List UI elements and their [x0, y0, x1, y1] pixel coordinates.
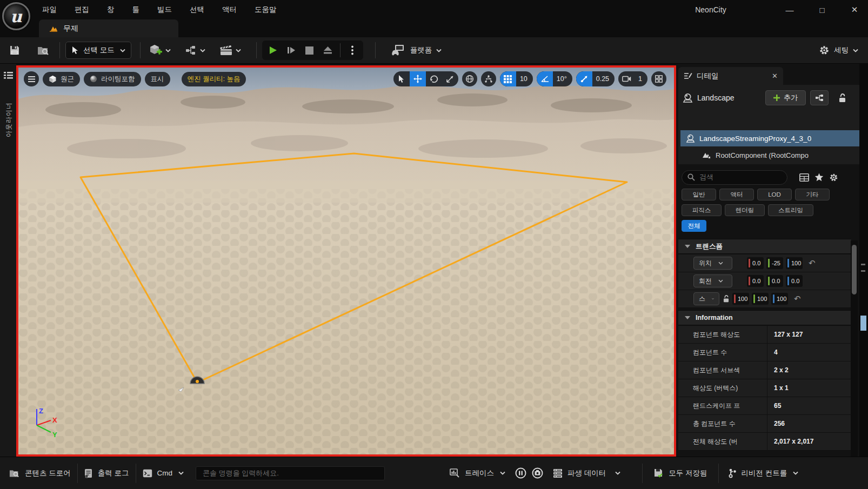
details-close-icon[interactable]: ✕ [772, 72, 778, 80]
menu-actor[interactable]: 액터 [221, 4, 238, 16]
output-log-button[interactable]: 출력 로그 [78, 463, 136, 484]
play-options-kebab[interactable] [344, 42, 361, 59]
rotation-y-field[interactable]: 0.0 [766, 275, 783, 287]
scale-tool-button[interactable] [442, 71, 458, 86]
scale-z-field[interactable]: 100 [771, 293, 788, 305]
blueprints-dropdown[interactable] [182, 45, 209, 56]
filter-rendering[interactable]: 렌더링 [725, 204, 765, 216]
grid-snap-control[interactable]: 10 [500, 71, 533, 86]
details-search-row: 검색 [678, 168, 859, 187]
revision-control-label: 리비전 컨트롤 [742, 468, 787, 478]
move-tool-button[interactable] [410, 71, 426, 86]
details-tab[interactable]: 디테일 ✕ [678, 67, 783, 85]
location-dropdown[interactable]: 위치 [693, 257, 732, 270]
view-mode-dropdown[interactable]: 라이팅포함 [84, 72, 141, 86]
location-z-field[interactable]: 100 [786, 257, 803, 269]
display-filter-icon[interactable] [799, 173, 809, 182]
select-tool-button[interactable] [393, 71, 410, 86]
rotation-x-field[interactable]: 0.0 [747, 275, 764, 287]
unreal-logo-icon[interactable]: u [2, 2, 30, 30]
rotate-tool-button[interactable] [426, 71, 442, 86]
scale-lock-icon[interactable] [723, 295, 730, 303]
details-scrollbar-thumb[interactable] [852, 245, 857, 294]
details-settings-gear-icon[interactable] [829, 173, 838, 182]
trace-icon [450, 468, 460, 478]
information-section-header[interactable]: Information [678, 310, 851, 325]
menu-build[interactable]: 빌드 [156, 4, 173, 16]
scale-dropdown[interactable]: 스 [693, 292, 719, 305]
favorites-star-icon[interactable] [814, 173, 824, 182]
trace-snapshot-icon[interactable] [532, 467, 543, 479]
filter-all[interactable]: 전체 [682, 220, 706, 232]
settings-dropdown[interactable]: 세팅 [819, 45, 858, 56]
eject-button[interactable] [319, 42, 337, 59]
viewport-options-button[interactable] [24, 71, 39, 86]
scale-snap-control[interactable]: 0.25 [576, 71, 615, 86]
location-label: 위치 [699, 259, 712, 268]
minimize-button[interactable]: — [780, 2, 799, 18]
derived-data-dropdown[interactable]: 파생 데이터 [546, 463, 627, 484]
add-actor-dropdown[interactable] [146, 44, 174, 57]
level-tab[interactable]: 무제 [39, 19, 178, 37]
rotation-snap-control[interactable]: 10° [537, 71, 572, 86]
filter-general[interactable]: 일반 [682, 189, 716, 200]
revision-control-dropdown[interactable]: 리비전 컨트롤 [719, 463, 809, 484]
scale-y-field[interactable]: 100 [752, 293, 769, 305]
trace-dropdown[interactable]: 트레이스 [443, 463, 512, 484]
add-component-button[interactable]: 추가 [765, 90, 806, 105]
filter-misc[interactable]: 기타 [795, 189, 830, 200]
cmd-dropdown[interactable]: Cmd [136, 463, 191, 484]
filter-physics[interactable]: 피직스 [682, 204, 722, 216]
edit-blueprint-button[interactable] [810, 90, 829, 105]
level-viewport[interactable]: Z X Y 원근 라이팅포함 표시 엔진 퀄리티: 높음 [16, 65, 676, 457]
root-component-row[interactable]: RootComponent (RootCompo [680, 148, 859, 163]
world-local-toggle[interactable] [462, 71, 477, 86]
camera-speed-control[interactable]: 1 [618, 71, 647, 86]
details-scrollbar[interactable] [851, 240, 858, 457]
outliner-collapsed-tab[interactable]: 아웃라이너 [0, 64, 16, 457]
maximize-button[interactable]: □ [813, 2, 831, 18]
save-status[interactable]: 모두 저장됨 [643, 463, 718, 484]
trace-label: 트레이스 [465, 468, 494, 478]
menu-window[interactable]: 창 [105, 4, 116, 16]
play-button[interactable] [264, 42, 282, 59]
filter-actor[interactable]: 액터 [719, 189, 754, 200]
menu-file[interactable]: 파일 [41, 4, 58, 16]
stop-button[interactable] [301, 42, 318, 59]
surface-snapping-button[interactable] [481, 71, 496, 86]
viewport-layout-button[interactable] [651, 71, 666, 86]
platforms-dropdown[interactable]: 플랫폼 [388, 44, 445, 57]
menu-tools[interactable]: 툴 [131, 4, 142, 16]
close-button[interactable]: ✕ [845, 2, 864, 18]
location-y-field[interactable]: -25 [766, 257, 783, 269]
unlock-icon[interactable] [833, 90, 851, 105]
rotation-dropdown[interactable]: 회전 [693, 274, 732, 287]
filter-streaming[interactable]: 스트리밍 [768, 204, 813, 216]
actor-icon [683, 93, 693, 103]
menu-help[interactable]: 도움말 [253, 4, 278, 16]
rotation-z-field[interactable]: 0.0 [786, 275, 803, 287]
scale-reset-icon[interactable]: ↶ [794, 294, 801, 304]
menu-edit[interactable]: 편집 [73, 4, 91, 16]
save-button[interactable] [6, 42, 23, 58]
frame-skip-button[interactable] [283, 42, 300, 59]
component-tree-selected-row[interactable]: LandscapeStreamingProxy_4_3_0 [680, 130, 859, 146]
trace-status-icon[interactable] [515, 467, 526, 479]
content-browser-button[interactable] [35, 43, 52, 58]
menu-select[interactable]: 선택 [188, 4, 206, 16]
scale-x-field[interactable]: 100 [732, 293, 749, 305]
location-x-field[interactable]: 0.0 [747, 257, 764, 269]
perspective-dropdown[interactable]: 원근 [43, 72, 80, 86]
filter-lod[interactable]: LOD [757, 189, 792, 200]
location-reset-icon[interactable]: ↶ [809, 258, 816, 268]
console-input[interactable]: 콘솔 명령을 입력하세요. [196, 466, 385, 480]
show-dropdown[interactable]: 표시 [145, 72, 170, 86]
transform-section-header[interactable]: 트랜스폼 [678, 239, 851, 254]
engine-quality-badge[interactable]: 엔진 퀄리티: 높음 [182, 72, 246, 86]
content-drawer-button[interactable]: 콘텐츠 드로어 [2, 463, 77, 484]
search-placeholder: 검색 [699, 172, 713, 182]
details-search-input[interactable]: 검색 [682, 170, 787, 185]
search-icon [687, 173, 695, 181]
cinematics-dropdown[interactable] [216, 45, 244, 56]
select-mode-dropdown[interactable]: 선택 모드 [65, 42, 131, 59]
